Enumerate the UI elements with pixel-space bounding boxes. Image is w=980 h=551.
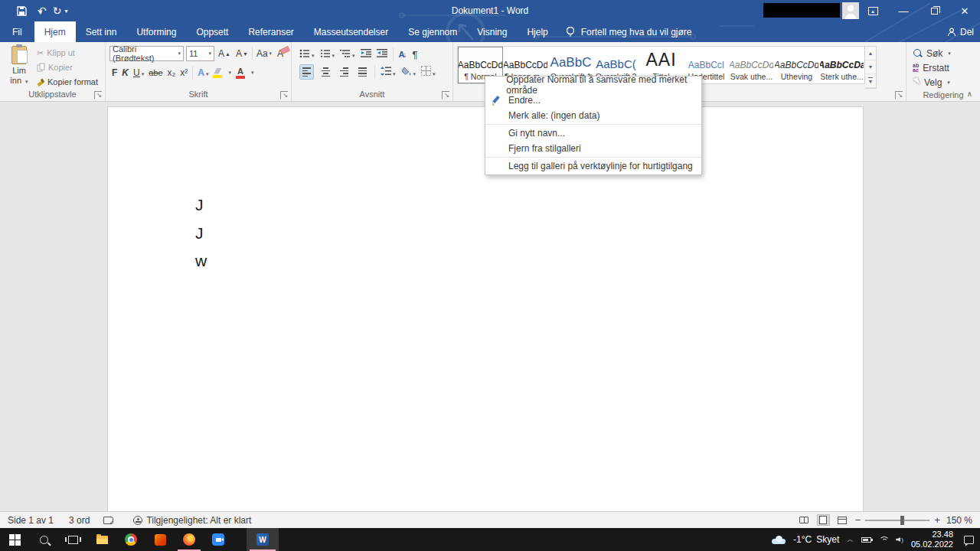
- account-avatar[interactable]: [842, 2, 859, 19]
- customize-qat-icon[interactable]: ▾: [64, 8, 67, 15]
- replace-button[interactable]: abacErstatt: [908, 60, 978, 75]
- gallery-more-icon[interactable]: ▼: [865, 74, 876, 88]
- gallery-scroll-down-icon[interactable]: ▼: [865, 60, 876, 74]
- ribbon-display-options-button[interactable]: ▴: [858, 0, 888, 21]
- firefox-button[interactable]: [175, 528, 204, 551]
- multilevel-list-button[interactable]: ▾: [340, 49, 355, 60]
- restore-button[interactable]: [919, 0, 949, 21]
- document-line[interactable]: J: [195, 191, 207, 220]
- redo-icon[interactable]: ↻: [53, 5, 62, 17]
- document-text[interactable]: J J w: [195, 191, 207, 276]
- battery-icon[interactable]: [861, 537, 871, 543]
- bullet-list-button[interactable]: ▾: [299, 49, 315, 60]
- sort-button[interactable]: A↓: [399, 49, 407, 60]
- web-layout-button[interactable]: [836, 514, 849, 526]
- dialog-launcher-icon[interactable]: ↘: [280, 91, 288, 99]
- close-button[interactable]: ✕: [949, 0, 980, 21]
- tab-masseutsendelser[interactable]: Masseutsendelser: [304, 21, 398, 42]
- action-center-icon[interactable]: [964, 536, 974, 544]
- align-right-button[interactable]: [338, 65, 351, 79]
- paste-button[interactable]: Lim inn ▾: [2, 44, 37, 86]
- dialog-launcher-icon[interactable]: ↘: [94, 91, 102, 99]
- show-formatting-marks-button[interactable]: ¶: [413, 49, 418, 60]
- accessibility-status[interactable]: Tilgjengelighet: Alt er klart: [119, 515, 259, 526]
- tell-me-box[interactable]: Fortell meg hva du vil gjøre: [558, 21, 700, 42]
- word-count[interactable]: 3 ord: [61, 515, 97, 526]
- change-case-button[interactable]: Aa▾: [255, 46, 273, 61]
- share-button[interactable]: Del: [947, 21, 974, 42]
- style-subtle-emphasis[interactable]: AaBbCcDd Svak uthe...: [729, 47, 774, 83]
- select-button[interactable]: Velg▾: [908, 75, 978, 90]
- borders-button[interactable]: ▾: [421, 66, 436, 78]
- volume-icon[interactable]: ): [896, 536, 903, 543]
- zoom-level[interactable]: 150 %: [946, 515, 972, 526]
- tab-oppsett[interactable]: Oppsett: [186, 21, 238, 42]
- hidden-icons-chevron[interactable]: ︿: [847, 535, 854, 545]
- increase-indent-button[interactable]: [377, 49, 387, 60]
- tab-utforming[interactable]: Utforming: [126, 21, 186, 42]
- print-layout-button[interactable]: [817, 514, 830, 526]
- search-button[interactable]: Søk▾: [908, 46, 978, 60]
- chrome-button[interactable]: [116, 528, 145, 551]
- menu-item-select-all[interactable]: Merk alle: (ingen data): [485, 108, 701, 123]
- wifi-icon[interactable]: [879, 536, 888, 543]
- numbered-list-button[interactable]: ▾: [320, 49, 335, 60]
- page-indicator[interactable]: Side 1 av 1: [0, 515, 61, 526]
- save-icon[interactable]: [17, 6, 27, 16]
- task-view-button[interactable]: [58, 528, 87, 551]
- office-button[interactable]: [145, 528, 175, 551]
- text-effects-button[interactable]: A▾: [198, 67, 208, 78]
- minimize-button[interactable]: —: [888, 0, 919, 21]
- word-button[interactable]: W: [247, 528, 279, 551]
- tab-se-gjennom[interactable]: Se gjennom: [398, 21, 467, 42]
- chevron-down-icon[interactable]: ▾: [39, 9, 42, 16]
- highlight-color-button[interactable]: [213, 68, 222, 78]
- dialog-launcher-icon[interactable]: ↘: [442, 91, 449, 99]
- menu-item-add-to-qat[interactable]: Legg til galleri på verktøylinje for hur…: [485, 158, 701, 174]
- italic-button[interactable]: K: [122, 67, 129, 78]
- grow-font-button[interactable]: A▲: [217, 46, 232, 61]
- collapse-ribbon-icon[interactable]: ∧: [967, 90, 972, 98]
- clear-formatting-button[interactable]: A: [276, 46, 286, 61]
- font-name-combobox[interactable]: Calibri (Brødtekst)▾: [109, 46, 184, 61]
- tab-referanser[interactable]: Referanser: [238, 21, 303, 42]
- weather-desc[interactable]: Skyet: [816, 534, 839, 545]
- gallery-scroll-up-icon[interactable]: ▲: [865, 47, 876, 60]
- style-intense-emphasis[interactable]: AaBbCcDa Sterk uthe...: [819, 47, 864, 83]
- menu-item-remove-from-gallery[interactable]: Fjern fra stilgalleri: [485, 141, 701, 156]
- tab-visning[interactable]: Visning: [467, 21, 517, 42]
- cut-button[interactable]: ✂Klipp ut: [37, 47, 98, 59]
- tab-hjem[interactable]: Hjem: [34, 21, 76, 42]
- clock[interactable]: 23.48 05.02.2022: [911, 530, 953, 549]
- underline-button[interactable]: U▾: [133, 67, 144, 78]
- strikethrough-button[interactable]: abe: [149, 68, 162, 77]
- zoom-slider-thumb[interactable]: [900, 516, 904, 525]
- justify-button[interactable]: [356, 65, 369, 79]
- font-color-button[interactable]: A: [236, 67, 245, 79]
- zoom-app-button[interactable]: [204, 528, 233, 551]
- decrease-indent-button[interactable]: [361, 49, 371, 60]
- document-line[interactable]: w: [195, 247, 207, 276]
- menu-item-rename[interactable]: Gi nytt navn...: [485, 126, 701, 141]
- dialog-launcher-icon[interactable]: ↘: [895, 91, 903, 99]
- tab-fil[interactable]: Fil: [0, 21, 34, 42]
- tab-hjelp[interactable]: Hjelp: [517, 21, 557, 42]
- weather-temp[interactable]: -1°C: [793, 534, 812, 545]
- format-painter-button[interactable]: Kopier format: [37, 76, 98, 88]
- start-button[interactable]: [0, 528, 29, 551]
- zoom-in-button[interactable]: +: [934, 514, 940, 526]
- file-explorer-button[interactable]: [87, 528, 116, 551]
- read-mode-button[interactable]: [798, 514, 811, 526]
- proofing-icon[interactable]: [103, 517, 113, 524]
- tab-sett-inn[interactable]: Sett inn: [76, 21, 127, 42]
- zoom-slider[interactable]: [865, 520, 929, 521]
- align-left-button[interactable]: [299, 64, 314, 80]
- zoom-out-button[interactable]: −: [855, 514, 861, 526]
- taskbar-search-button[interactable]: [29, 528, 58, 551]
- superscript-button[interactable]: x²: [180, 67, 188, 78]
- copy-button[interactable]: Kopier: [37, 61, 98, 73]
- bold-button[interactable]: F: [112, 67, 117, 78]
- chevron-down-icon[interactable]: ▾: [251, 70, 254, 76]
- subscript-button[interactable]: x₂: [168, 67, 176, 78]
- undo-icon[interactable]: ↶▾: [38, 5, 42, 17]
